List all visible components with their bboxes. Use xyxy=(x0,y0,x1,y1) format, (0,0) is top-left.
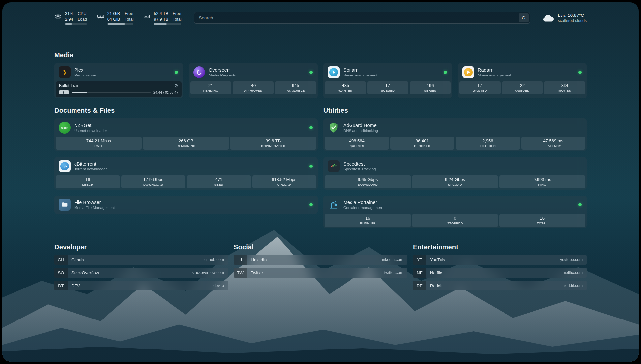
disk-widget: 52.4 TB Free 97.9 TB Total xyxy=(143,11,181,25)
stat-stopped: 0 STOPPED xyxy=(412,214,498,227)
status-dot xyxy=(444,71,447,74)
service-link-plex[interactable]: ❯ Plex Media server xyxy=(54,63,183,81)
bookmark-linkedin[interactable]: LI LinkedIn linkedin.com xyxy=(234,255,407,265)
section-title-documents: Documents & Files xyxy=(54,107,318,114)
stat-queries: 498,564 QUERIES xyxy=(325,137,389,150)
service-link-portainer[interactable]: Media Portainer Container management xyxy=(323,196,587,214)
stat-upload: 618.52 Mbps UPLOAD xyxy=(252,175,317,188)
memory-total-label: Total xyxy=(125,17,133,22)
bookmarks-social: Social LI LinkedIn linkedin.com TW Twitt… xyxy=(234,243,407,290)
status-dot xyxy=(175,71,178,74)
bookmark-name: LinkedIn xyxy=(247,258,267,262)
stat-filtered: 2,956 FILTERED xyxy=(456,137,520,150)
bookmark-stackoverflow[interactable]: SO StackOverflow stackoverflow.com xyxy=(54,268,228,278)
disk-free-label: Free xyxy=(173,11,181,16)
sonarr-icon xyxy=(328,66,340,78)
service-link-speedtest[interactable]: Speedtest Speedtest Tracking xyxy=(323,157,587,175)
bookmarks-entertainment: Entertainment YT YouTube youtube.com NF … xyxy=(413,243,587,290)
service-description: Series management xyxy=(343,73,377,77)
resource-widgets: 31% CPU 2.94 Load xyxy=(54,11,181,25)
bookmark-url: youtube.com xyxy=(560,258,587,262)
adguard-icon xyxy=(328,122,340,134)
documents-column: Documents & Files nzbget NZBGet Usenet d… xyxy=(54,107,318,214)
bookmark-name: YouTube xyxy=(426,258,447,262)
service-stats: 21 PENDING 40 APPROVED 945 AVAILABLE xyxy=(189,81,318,96)
section-title-utilities: Utilities xyxy=(323,107,587,114)
disk-free-value: 52.4 TB xyxy=(154,11,168,16)
service-link-qbittorrent[interactable]: qb qBittorrent Torrent downloader xyxy=(54,157,318,175)
service-description: Media File Management xyxy=(74,206,115,210)
bookmarks-developer: Developer GH Github github.com SO StackO… xyxy=(54,243,228,290)
bookmark-netflix[interactable]: NF Netflix netflix.com xyxy=(413,268,587,278)
stat-download: 1.19 Gbps DOWNLOAD xyxy=(121,175,186,188)
bookmark-abbr: RE xyxy=(413,281,426,290)
stat-queued: 22 QUEUED xyxy=(502,81,543,94)
stat-ping: 0.993 ms PING xyxy=(499,175,585,188)
cpu-usage-bar xyxy=(65,23,87,25)
stat-download: 9.65 Gbps DOWNLOAD xyxy=(325,175,411,188)
service-link-sonarr[interactable]: Sonarr Series management xyxy=(323,63,452,81)
service-link-overseerr[interactable]: Overseerr Media Requests xyxy=(189,63,318,81)
bookmark-url: netflix.com xyxy=(564,270,587,275)
pause-button[interactable] xyxy=(59,90,69,94)
service-name: qBittorrent xyxy=(74,161,107,167)
service-link-adguard[interactable]: AdGuard Home DNS and adblocking xyxy=(323,118,587,137)
stat-wanted: 17 WANTED xyxy=(459,81,501,94)
gear-icon[interactable]: ⚙ xyxy=(174,83,178,88)
radarr-icon xyxy=(462,66,474,78)
service-link-nzbget[interactable]: nzbget NZBGet Usenet downloader xyxy=(54,118,318,137)
speedtest-icon xyxy=(328,160,340,172)
disk-total-value: 97.9 TB xyxy=(154,17,168,22)
bookmark-dev[interactable]: DT DEV dev.to xyxy=(54,281,228,290)
stat-latency: 47.569 ms LATENCY xyxy=(521,137,586,150)
service-name: Media Portainer xyxy=(343,200,383,205)
service-link-filebrowser[interactable]: File Browser Media File Management xyxy=(54,196,318,214)
now-playing-title: Bullet Train xyxy=(59,83,80,88)
service-card-sonarr: Sonarr Series management 485 WANTED 17 Q… xyxy=(323,63,452,98)
playback-progress-bar xyxy=(72,92,151,93)
stat-wanted: 485 WANTED xyxy=(325,81,366,94)
top-bar: 31% CPU 2.94 Load xyxy=(54,10,587,25)
bookmark-url: linkedin.com xyxy=(381,258,407,262)
service-description: Torrent downloader xyxy=(74,167,107,171)
stat-upload: 9.24 Gbps UPLOAD xyxy=(412,175,498,188)
plex-icon: ❯ xyxy=(59,66,71,78)
section-title-developer: Developer xyxy=(54,243,228,251)
nzbget-icon: nzbget xyxy=(59,122,71,134)
section-title-media: Media xyxy=(54,51,587,59)
service-link-radarr[interactable]: Radarr Movie management xyxy=(458,63,587,81)
snow-specks xyxy=(2,2,3,3)
bookmark-youtube[interactable]: YT YouTube youtube.com xyxy=(413,255,587,265)
status-dot xyxy=(309,126,313,129)
bookmark-reddit[interactable]: RE Reddit reddit.com xyxy=(413,281,587,290)
stat-rate: 744.21 Mbps RATE xyxy=(56,137,142,150)
service-description: Media Requests xyxy=(209,73,236,77)
service-card-speedtest: Speedtest Speedtest Tracking 9.65 Gbps D… xyxy=(323,157,587,190)
cpu-usage-value: 31% xyxy=(65,11,73,16)
service-description: DNS and adblocking xyxy=(343,129,378,133)
bookmark-name: DEV xyxy=(68,283,80,288)
section-title-entertainment: Entertainment xyxy=(413,243,587,251)
service-stats: 17 WANTED 22 QUEUED 834 MOVIES xyxy=(458,81,587,96)
bookmark-abbr: YT xyxy=(413,255,426,265)
bookmark-url: stackoverflow.com xyxy=(192,270,228,275)
media-grid: ❯ Plex Media server Bullet Train ⚙ xyxy=(54,63,587,98)
search-provider-button[interactable]: G xyxy=(519,13,529,22)
portainer-icon xyxy=(328,199,340,211)
service-name: Sonarr xyxy=(343,67,377,73)
service-card-qbittorrent: qb qBittorrent Torrent downloader 16 LEE… xyxy=(54,157,318,190)
service-name: File Browser xyxy=(74,200,115,205)
stat-movies: 834 MOVIES xyxy=(544,81,585,94)
stat-downloaded: 39.6 TB DOWNLOADED xyxy=(230,137,316,150)
service-stats: 498,564 QUERIES 86,401 BLOCKED 2,956 FIL… xyxy=(323,137,587,151)
status-dot xyxy=(578,71,582,74)
service-card-filebrowser: File Browser Media File Management xyxy=(54,196,318,214)
bookmark-name: Netflix xyxy=(426,270,442,275)
memory-widget: 21 GiB Free 64 GiB Total xyxy=(97,11,134,25)
search-input[interactable] xyxy=(194,12,530,24)
stat-pending: 21 PENDING xyxy=(190,81,231,94)
cloud-icon xyxy=(542,14,554,22)
service-stats: 744.21 Mbps RATE 266 GB REMAINING 39.6 T… xyxy=(54,137,318,151)
bookmark-twitter[interactable]: TW Twitter twitter.com xyxy=(234,268,407,278)
bookmark-github[interactable]: GH Github github.com xyxy=(54,255,228,265)
